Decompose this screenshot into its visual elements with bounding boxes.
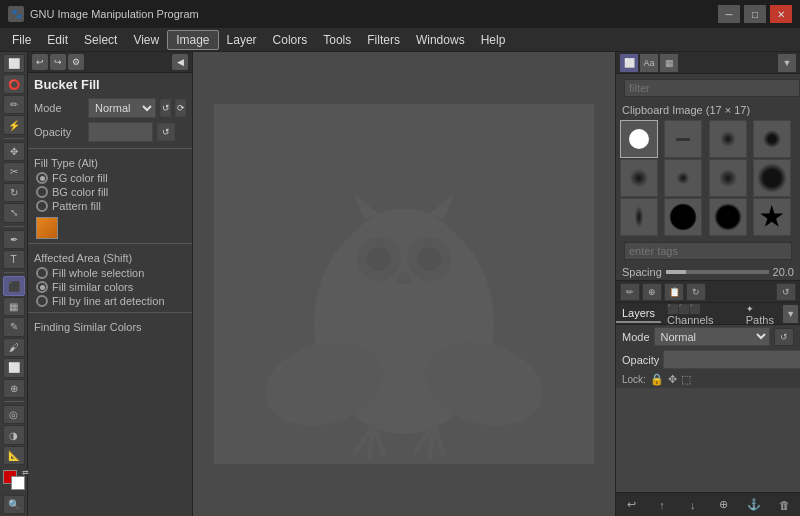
tool-crop[interactable]: ✂ <box>3 162 25 181</box>
brush-item-6[interactable] <box>664 159 702 197</box>
tool-clone[interactable]: ⊕ <box>3 379 25 398</box>
fg-fill-radio[interactable] <box>36 172 48 184</box>
paste-brush-btn[interactable]: 📋 <box>664 283 684 301</box>
layers-menu-btn[interactable]: ▼ <box>783 305 798 323</box>
menu-view[interactable]: View <box>125 31 167 49</box>
mode-extra-btn[interactable]: ⟳ <box>175 99 186 117</box>
patterns-tab-btn[interactable]: Aa <box>640 54 658 72</box>
fill-line-radio[interactable] <box>36 295 48 307</box>
brushes-tab-btn[interactable]: ⬜ <box>620 54 638 72</box>
pattern-swatch[interactable] <box>36 217 58 239</box>
menu-tools[interactable]: Tools <box>315 31 359 49</box>
layers-delete-btn[interactable]: 🗑 <box>775 496 795 514</box>
bg-fill-radio[interactable] <box>36 186 48 198</box>
swap-colors-icon[interactable]: ⇄ <box>22 468 29 477</box>
tool-measure[interactable]: 📐 <box>3 446 25 465</box>
menu-select[interactable]: Select <box>76 31 125 49</box>
layers-opacity-input[interactable]: 100.0 <box>663 350 800 369</box>
menu-filters[interactable]: Filters <box>359 31 408 49</box>
collapse-icon[interactable]: ◀ <box>172 54 188 70</box>
tool-dodge[interactable]: ◑ <box>3 425 25 444</box>
tool-path[interactable]: ✒ <box>3 230 25 249</box>
spacing-slider[interactable] <box>666 270 769 274</box>
minimize-button[interactable]: ─ <box>718 5 740 23</box>
copy-brush-btn[interactable]: ⊕ <box>642 283 662 301</box>
color-swatches[interactable]: ⇄ <box>3 470 25 489</box>
layers-down-btn[interactable]: ↓ <box>683 496 703 514</box>
layers-new-btn[interactable]: ↩ <box>621 496 641 514</box>
menu-layer[interactable]: Layer <box>219 31 265 49</box>
menu-colors[interactable]: Colors <box>265 31 316 49</box>
delete-brush-btn[interactable]: ↻ <box>686 283 706 301</box>
tool-paintbrush[interactable]: 🖌 <box>3 338 25 357</box>
tool-eraser[interactable]: ⬜ <box>3 358 25 377</box>
canvas[interactable] <box>214 104 594 464</box>
tool-text[interactable]: T <box>3 250 25 269</box>
refresh-brush-btn[interactable]: ↺ <box>776 283 796 301</box>
brush-item-7[interactable] <box>709 159 747 197</box>
menu-windows[interactable]: Windows <box>408 31 473 49</box>
layers-anchor-btn[interactable]: ⚓ <box>744 496 764 514</box>
tab-channels[interactable]: ⬛⬛⬛ Channels <box>661 300 740 328</box>
brush-section-title: Clipboard Image (17 × 17) <box>616 102 800 118</box>
tool-ellipse-select[interactable]: ⭕ <box>3 74 25 93</box>
app-title: GNU Image Manipulation Program <box>30 8 199 20</box>
canvas-area[interactable] <box>193 52 615 516</box>
pattern-fill-radio[interactable] <box>36 200 48 212</box>
brush-item-10[interactable] <box>664 198 702 236</box>
lock-pixels-icon[interactable]: 🔒 <box>650 373 664 386</box>
brush-item-1[interactable] <box>620 120 658 158</box>
close-button[interactable]: ✕ <box>770 5 792 23</box>
app-icon: 🐾 <box>8 6 24 22</box>
brush-filter-input[interactable] <box>624 79 800 97</box>
gradients-tab-btn[interactable]: ▦ <box>660 54 678 72</box>
menu-file[interactable]: File <box>4 31 39 49</box>
tool-rect-select[interactable]: ⬜ <box>3 54 25 73</box>
mode-reset-btn[interactable]: ↺ <box>160 99 171 117</box>
brush-item-2[interactable] <box>664 120 702 158</box>
fill-similar-radio[interactable] <box>36 281 48 293</box>
tool-rotate[interactable]: ↻ <box>3 183 25 202</box>
brush-item-12[interactable] <box>753 198 791 236</box>
brush-item-11[interactable] <box>709 198 747 236</box>
tool-blur[interactable]: ◎ <box>3 405 25 424</box>
brush-item-8[interactable] <box>753 159 791 197</box>
fill-whole-radio[interactable] <box>36 267 48 279</box>
tool-lasso[interactable]: ✏ <box>3 95 25 114</box>
maximize-button[interactable]: □ <box>744 5 766 23</box>
tool-gradient[interactable]: ▦ <box>3 297 25 316</box>
opacity-input[interactable]: 100.0 <box>88 122 153 142</box>
tool-pencil[interactable]: ✎ <box>3 317 25 336</box>
tool-fuzzy[interactable]: ⚡ <box>3 115 25 134</box>
lock-position-icon[interactable]: ✥ <box>668 373 677 386</box>
edit-brush-btn[interactable]: ✏ <box>620 283 640 301</box>
opacity-reset-btn[interactable]: ↺ <box>157 123 175 141</box>
brush-item-4[interactable] <box>753 120 791 158</box>
tool-bucket-fill[interactable]: ⬛ <box>3 276 25 295</box>
menu-image[interactable]: Image <box>167 30 218 50</box>
undo-icon[interactable]: ↩ <box>32 54 48 70</box>
tool-scale[interactable]: ⤡ <box>3 203 25 222</box>
menu-edit[interactable]: Edit <box>39 31 76 49</box>
lock-alpha-icon[interactable]: ⬚ <box>681 373 691 386</box>
layers-duplicate-btn[interactable]: ⊕ <box>713 496 733 514</box>
options-icon[interactable]: ⚙ <box>68 54 84 70</box>
tab-paths[interactable]: ✦ Paths <box>740 300 784 328</box>
redo-icon[interactable]: ↪ <box>50 54 66 70</box>
tags-input[interactable] <box>624 242 792 260</box>
brush-item-9[interactable] <box>620 198 658 236</box>
tool-zoom[interactable]: 🔍 <box>3 495 25 514</box>
tool-move[interactable]: ✥ <box>3 142 25 161</box>
brush-item-3[interactable] <box>709 120 747 158</box>
layers-mode-reset-btn[interactable]: ↺ <box>774 328 794 346</box>
mode-select[interactable]: Normal Dissolve Multiply Screen <box>88 98 156 118</box>
separator3 <box>28 312 192 313</box>
menu-help[interactable]: Help <box>473 31 514 49</box>
brush-panel-menu-btn[interactable]: ▼ <box>778 54 796 72</box>
tab-layers[interactable]: Layers <box>616 305 661 323</box>
layers-mode-select[interactable]: Normal Multiply Screen <box>654 327 770 346</box>
layers-up-btn[interactable]: ↑ <box>652 496 672 514</box>
background-color[interactable] <box>11 476 25 490</box>
brush-item-5[interactable] <box>620 159 658 197</box>
window-controls[interactable]: ─ □ ✕ <box>718 5 792 23</box>
